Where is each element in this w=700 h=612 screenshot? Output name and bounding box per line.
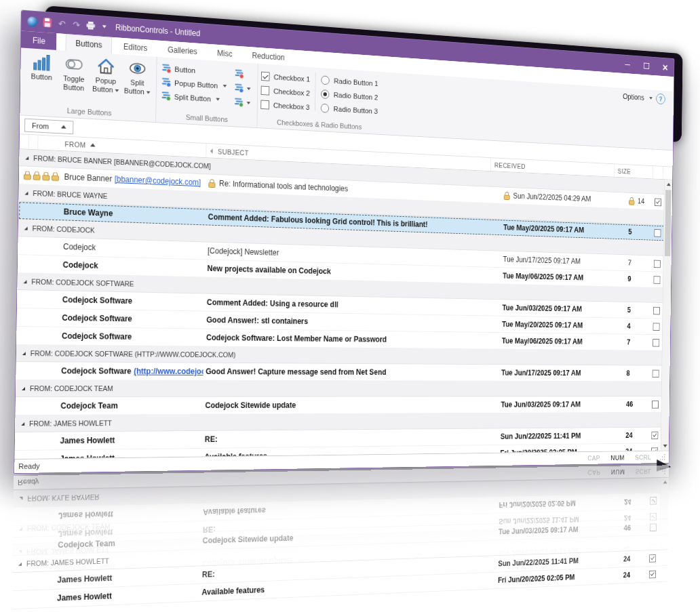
read-checkbox[interactable]: [655, 198, 661, 206]
read-checkbox[interactable]: [653, 276, 660, 284]
minimize-icon: [625, 64, 630, 64]
size-cell: 24: [611, 428, 650, 443]
expand-icon: [25, 156, 28, 159]
received-cell: Tue Jun/03/2025 09:17 AM: [488, 396, 612, 413]
check-cell: [650, 365, 660, 381]
undo-icon[interactable]: ↶: [57, 18, 66, 28]
read-checkbox[interactable]: [653, 260, 660, 268]
expand-icon: [22, 352, 26, 355]
large-button-split-button[interactable]: Split Button: [121, 56, 153, 96]
fold-shadow: [657, 460, 671, 472]
size-text: 4: [627, 322, 630, 330]
options-area: Options ?: [623, 91, 665, 104]
refl-subject-text: Codejock Sitewide update: [203, 533, 294, 545]
refl-sender-name: Codejock Team: [58, 562, 115, 573]
ribbon-checkbox-3[interactable]: Checkbox 3: [260, 98, 310, 115]
refl-scroll-arrow-icon: [661, 478, 669, 487]
size-cell: 8: [612, 365, 650, 381]
redo-icon[interactable]: ↷: [72, 20, 81, 30]
button-label: Split Button: [121, 78, 153, 96]
received-text: Tue Jun/17/2025 09:17 AM: [503, 255, 581, 266]
app-icon[interactable]: [27, 16, 37, 27]
small-button-popup-button[interactable]: Popup Button: [160, 76, 229, 91]
column-header-icon-0[interactable]: [20, 134, 29, 149]
help-icon[interactable]: ?: [656, 94, 665, 105]
maximize-button[interactable]: [637, 56, 656, 75]
checkbox-label: Checkbox 2: [273, 87, 310, 98]
from-cell: Codejock Software: [17, 308, 204, 329]
received-cell: Tue May/06/2025 09:17 AM: [488, 333, 612, 350]
refl-subject-text: Codejock Sitewide update: [202, 556, 293, 568]
mail-grid: FROMSUBJECTRECEIVEDSIZE FROM: BRUCE BANN…: [15, 134, 673, 459]
size-cell: 7: [612, 334, 650, 350]
close-button[interactable]: [655, 58, 674, 77]
expand-icon: [23, 280, 26, 283]
scroll-down-icon[interactable]: [661, 441, 669, 450]
received-text: Sun Jun/22/2025 04:29 AM: [513, 192, 591, 203]
options-button[interactable]: Options: [623, 92, 644, 102]
expand-icon: [21, 422, 24, 425]
check-cell: [652, 256, 662, 271]
qat-dropdown-icon[interactable]: [102, 25, 106, 28]
read-checkbox[interactable]: [654, 229, 661, 237]
group-by-chip[interactable]: From: [24, 118, 73, 134]
refl-message-row: James HowlettRE:Sun Jun/22/2025 11:41 PM…: [13, 508, 669, 544]
subject-text: Good Answer!: stl containers: [206, 315, 308, 326]
lock-icon: [52, 172, 59, 181]
read-checkbox[interactable]: [653, 323, 659, 331]
large-button-toggle-button[interactable]: Toggle Button: [58, 52, 90, 93]
large-button-popup-button[interactable]: Popup Button: [90, 54, 122, 94]
refl-size-text: 24: [624, 514, 631, 523]
checkbox-icon: [260, 86, 269, 96]
read-checkbox[interactable]: [652, 401, 659, 408]
small-icon-button-green[interactable]: [234, 97, 250, 108]
sender-link[interactable]: [bbanner@codejock.com]: [115, 174, 201, 187]
message-row[interactable]: Codejock Software(http://www.codejoc...G…: [16, 362, 669, 382]
file-tab[interactable]: File: [21, 30, 57, 49]
minimize-button[interactable]: [618, 55, 637, 74]
received-text: Tue May/20/2025 09:17 AM: [502, 320, 583, 329]
grid-rows: FROM: BRUCE BANNER [BBANNER@CODEJOCK.COM…: [15, 149, 673, 459]
options-dropdown-icon[interactable]: [649, 97, 653, 100]
scrollbar-thumb[interactable]: [665, 190, 672, 256]
read-checkbox[interactable]: [653, 306, 659, 314]
dropdown-icon: [216, 98, 220, 100]
sender-link[interactable]: (http://www.codejoc...: [134, 367, 203, 376]
from-cell: Codejock Software(http://www.codejoc...: [16, 362, 203, 380]
refl-subject-cell: Codejock Sitewide update: [200, 524, 486, 549]
refl-size-cell: 24: [609, 493, 648, 510]
dropdown-icon: [247, 87, 250, 90]
small-icon-button-blue[interactable]: [235, 83, 251, 94]
refl-message-row: James HowlettAvailable featuresFri Jun/2…: [13, 493, 669, 526]
ribbon-radio-3[interactable]: Radio Button 3: [321, 101, 378, 118]
column-header-icon-1[interactable]: [28, 135, 38, 150]
received-text: Sun Jun/22/2025 11:41 PM: [501, 432, 581, 441]
scroll-up-icon[interactable]: [665, 180, 672, 189]
received-cell: Sun Jun/22/2025 11:41 PM: [487, 428, 611, 445]
refl-group-label: FROM: KYLE RAYNER: [27, 493, 99, 503]
read-checkbox[interactable]: [652, 369, 659, 377]
group-label: FROM: CODEJOCK SOFTWARE: [31, 277, 134, 287]
radio-icon: [322, 75, 330, 85]
list-blue-icon: [235, 83, 244, 93]
check-cell: [650, 396, 660, 412]
small-icon-button-red[interactable]: [235, 68, 251, 79]
group-row[interactable]: FROM: CODEJOCK TEAM: [16, 380, 669, 397]
size-cell: 5: [614, 224, 653, 241]
refl-from-cell: James Howlett: [12, 584, 199, 609]
column-header-size[interactable]: SIZE: [615, 164, 653, 178]
refl-subject-cell: Available features: [199, 573, 485, 600]
window-reflection: FROM: CODEJOCK TEAMCodejock TeamCodejock…: [12, 465, 669, 611]
read-checkbox[interactable]: [653, 339, 659, 346]
large-button-button[interactable]: Button: [25, 50, 58, 91]
print-icon[interactable]: [86, 21, 96, 31]
refl-sender-name: James Howlett: [58, 527, 113, 538]
read-checkbox[interactable]: [651, 431, 658, 438]
refl-sender-name: James Howlett: [57, 573, 112, 585]
save-icon[interactable]: [43, 18, 52, 28]
tab-misc[interactable]: Misc: [208, 44, 241, 62]
small-button-split-button[interactable]: Split Button: [159, 90, 228, 105]
refl-received-text: Sun Jun/22/2025 11:41 PM: [498, 556, 579, 568]
column-header-icon-6[interactable]: [653, 166, 663, 179]
small-button-button[interactable]: Button: [160, 62, 229, 78]
